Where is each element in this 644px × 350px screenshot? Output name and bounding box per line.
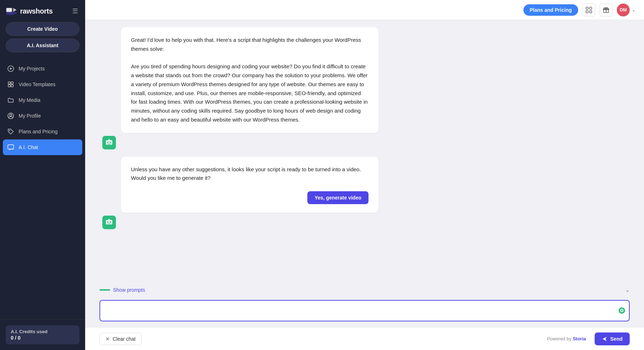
grid-icon [7,81,14,88]
sidebar-item-my-media[interactable]: My Media [0,92,85,108]
sidebar: rawshorts ☰ Create Video A.I. Assistant … [0,0,85,350]
bot-icon-2 [105,218,113,227]
prompts-chevron-icon: ⌄ [625,287,630,293]
avatar-area[interactable]: DM ⌄ [617,4,635,16]
svg-point-23 [110,142,111,143]
sidebar-item-ai-chat[interactable]: A.I. Chat [3,139,82,155]
sidebar-footer: A.I. Credits used 0 / 0 [0,319,85,350]
svg-rect-6 [8,82,10,84]
sidebar-header: rawshorts ☰ [0,0,85,22]
chevron-down-icon: ⌄ [632,8,635,13]
add-button[interactable] [582,4,595,16]
svg-point-12 [9,130,10,131]
input-area [85,296,644,327]
mic-icon [618,307,625,316]
user-circle-icon [7,112,14,119]
sidebar-item-label-ai-chat: A.I. Chat [19,144,38,150]
svg-rect-9 [11,85,13,87]
x-close-icon: ✕ [106,336,110,342]
send-icon [602,336,608,342]
svg-rect-29 [107,223,111,224]
svg-rect-30 [108,219,110,220]
logo-area: rawshorts [6,7,67,15]
chat-text-2: Unless you have any other suggestions, i… [131,166,361,181]
svg-point-22 [107,142,109,143]
bot-icon-1 [105,138,113,147]
svg-rect-15 [590,7,592,9]
hamburger-icon: ☰ [72,8,78,15]
svg-rect-2 [6,13,17,13]
svg-marker-1 [13,8,17,12]
chat-row-1: Great! I'd love to help you with that. H… [99,27,630,149]
add-icon [586,7,592,13]
plans-pricing-header-button[interactable]: Plans and Pricing [523,4,578,16]
sidebar-actions: Create Video A.I. Assistant [0,22,85,58]
bottom-bar: ✕ Clear chat Powered by Storia Send [85,327,644,350]
svg-rect-3 [6,14,14,15]
credits-title: A.I. Credits used [11,329,74,334]
ai-assistant-button[interactable]: A.I. Assistant [6,39,79,52]
show-prompts-row[interactable]: Show prompts ⌄ [85,284,644,296]
powered-by-text: Powered by Storia [547,336,586,341]
svg-rect-8 [8,85,10,87]
sidebar-item-label-my-profile: My Profile [19,113,41,119]
chat-input[interactable] [99,300,630,321]
svg-rect-13 [8,145,14,149]
svg-rect-14 [586,7,588,9]
storia-brand: Storia [573,336,586,341]
chat-body-1: Are you tired of spending hours designin… [131,63,368,123]
main-content: Plans and Pricing DM ⌄ [85,0,644,350]
powered-by-label: Powered by [547,336,573,341]
chat-bubble-2: Unless you have any other suggestions, i… [121,157,379,213]
sidebar-item-my-projects[interactable]: My Projects [0,61,85,77]
sidebar-item-label-my-projects: My Projects [19,66,45,72]
send-button[interactable]: Send [595,332,630,345]
bot-avatar-2 [102,216,116,229]
svg-rect-16 [586,11,588,13]
bot-avatar-1 [102,136,116,149]
svg-point-33 [621,310,623,311]
chat-input-wrapper [99,300,630,323]
svg-rect-0 [6,8,12,12]
sidebar-nav: My ProjectsVideo TemplatesMy MediaMy Pro… [0,58,85,319]
svg-rect-24 [107,144,111,144]
svg-point-28 [110,221,111,223]
sidebar-item-video-templates[interactable]: Video Templates [0,77,85,92]
chat-row-2: Unless you have any other suggestions, i… [99,157,630,230]
generate-video-button[interactable]: Yes, generate video [307,191,369,204]
show-prompts-label: Show prompts [113,287,145,293]
chat-text-1: Great! I'd love to help you with that. H… [131,37,361,52]
hamburger-button[interactable]: ☰ [71,6,79,16]
svg-rect-7 [11,82,13,84]
chat-container: Great! I'd love to help you with that. H… [85,20,644,350]
sidebar-item-plans-and-pricing[interactable]: Plans and Pricing [0,124,85,139]
gift-icon [603,7,609,13]
svg-marker-5 [10,68,12,70]
sidebar-item-label-my-media: My Media [19,97,40,103]
logo-text: rawshorts [20,7,53,15]
prompts-bar [99,289,110,291]
gift-button[interactable] [600,4,613,16]
logo-icon [6,7,17,15]
chat-messages: Great! I'd love to help you with that. H… [85,20,644,284]
header: Plans and Pricing DM ⌄ [85,0,644,20]
svg-point-27 [107,221,109,223]
send-label: Send [610,336,623,342]
sidebar-item-label-plans-and-pricing: Plans and Pricing [19,129,58,134]
tag-icon [7,128,14,135]
folder-icon [7,97,14,104]
create-video-button[interactable]: Create Video [6,22,79,36]
clear-chat-label: Clear chat [113,336,136,342]
chat-bubble-1: Great! I'd love to help you with that. H… [121,27,379,133]
sidebar-item-my-profile[interactable]: My Profile [0,108,85,124]
svg-point-11 [10,114,12,116]
svg-rect-25 [108,139,110,140]
credits-value: 0 / 0 [11,335,74,341]
chat-icon [7,144,14,151]
play-circle-icon [7,65,14,72]
credits-box: A.I. Credits used 0 / 0 [6,325,79,344]
svg-rect-17 [590,11,592,13]
sidebar-item-label-video-templates: Video Templates [19,82,55,87]
clear-chat-button[interactable]: ✕ Clear chat [99,333,142,345]
avatar: DM [617,4,630,16]
